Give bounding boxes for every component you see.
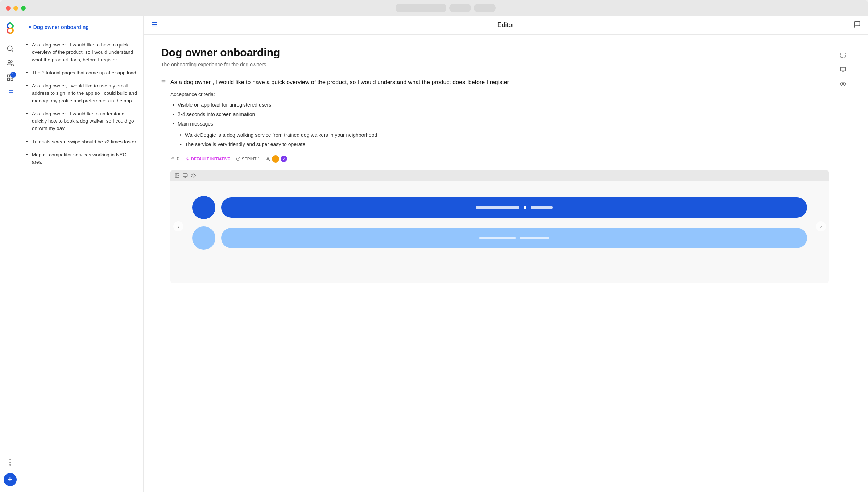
story-body: As a dog owner , I would like to have a …: [161, 78, 829, 283]
nav-left-icon: ‹: [178, 224, 179, 229]
drag-handle[interactable]: [161, 78, 166, 283]
story-sidebar: Dog owner onboarding As a dog owner , I …: [20, 16, 144, 492]
address-pill-tab2: [474, 4, 496, 12]
svg-point-2: [8, 61, 11, 63]
svg-rect-6: [11, 78, 13, 81]
mock-pill-2: [221, 228, 807, 248]
sprint-label[interactable]: SPRINT 1: [236, 157, 260, 161]
preview-area: ‹: [170, 170, 829, 283]
traffic-close-button[interactable]: [6, 6, 11, 11]
check-icon: ✓: [281, 156, 287, 162]
sidebar-icon-search[interactable]: [4, 42, 17, 55]
criteria-sub-item: The service is very friendly and super e…: [170, 140, 829, 149]
initiative-label[interactable]: DEFAULT INITIATIVE: [185, 157, 230, 161]
sidebar-icon-board[interactable]: 1: [4, 71, 17, 84]
mock-pill-1: [221, 197, 807, 218]
tool-view[interactable]: [837, 78, 849, 90]
list-item[interactable]: As a dog owner , I would like to have a …: [26, 38, 137, 66]
sidebar-icon-list[interactable]: [4, 86, 17, 99]
traffic-minimize-button[interactable]: [13, 6, 18, 11]
editor-title: Editor: [497, 21, 514, 29]
address-pill-main: [396, 4, 446, 12]
svg-point-13: [9, 459, 11, 460]
comment-icon[interactable]: [853, 21, 861, 30]
criteria-item: 2-4 seconds into screen animation: [170, 110, 829, 119]
sprint-text: SPRINT 1: [242, 157, 260, 161]
address-pill-tab1: [449, 4, 471, 12]
svg-point-26: [176, 175, 177, 175]
nav-right-icon: ›: [820, 224, 822, 229]
app-logo: [4, 22, 17, 35]
app-container: 1 + Dog owner onboarding As a dog owner …: [0, 16, 868, 492]
criteria-item: Main messages:: [170, 119, 829, 128]
story-description-text[interactable]: As a dog owner , I would like to have a …: [170, 78, 829, 87]
svg-rect-31: [841, 53, 845, 57]
editor-main: Dog owner onboarding The onboarding expe…: [161, 46, 829, 480]
preview-content: ‹: [170, 181, 829, 283]
story-sidebar-header: Dog owner onboarding: [20, 16, 143, 36]
icon-sidebar: 1 +: [0, 16, 20, 492]
list-item[interactable]: The 3 tutorial pages that come up after …: [26, 66, 137, 79]
preview-nav-right[interactable]: ›: [816, 221, 826, 231]
story-heading: Dog owner onboarding: [161, 46, 829, 59]
list-item[interactable]: As a dog owner, I would like to use my e…: [26, 79, 137, 107]
initiative-text: DEFAULT INITIATIVE: [191, 157, 230, 161]
add-icon: +: [8, 475, 12, 484]
list-item[interactable]: Tutorials screen swipe should be x2 time…: [26, 135, 137, 148]
svg-point-15: [9, 464, 11, 466]
svg-point-1: [7, 46, 12, 51]
add-button[interactable]: +: [4, 473, 17, 486]
board-badge: 1: [10, 72, 16, 78]
svg-rect-32: [840, 67, 845, 71]
sidebar-more-options[interactable]: [4, 456, 17, 469]
list-item[interactable]: Map all competitor services working in N…: [26, 148, 137, 169]
active-story-title[interactable]: Dog owner onboarding: [26, 22, 137, 33]
address-bar: [29, 4, 862, 12]
main-content: Editor Dog owner onboarding The onboardi…: [144, 16, 868, 492]
svg-rect-5: [7, 78, 9, 81]
list-item[interactable]: As a dog owner , I would lke to understa…: [26, 107, 137, 135]
svg-rect-3: [7, 75, 9, 77]
mock-row-1: [192, 196, 807, 219]
vote-number: 0: [177, 156, 179, 161]
menu-icon[interactable]: [151, 21, 158, 30]
tool-layout[interactable]: [837, 64, 849, 75]
acceptance-label: Acceptance criteria:: [170, 91, 829, 97]
criteria-sub-item: WalkieDoggie is a dog walking service fr…: [170, 130, 829, 140]
svg-marker-22: [186, 157, 189, 161]
mock-circle-2: [192, 226, 215, 250]
mock-circle-1: [192, 196, 215, 219]
right-toolbar: [835, 46, 851, 480]
traffic-maximize-button[interactable]: [21, 6, 26, 11]
svg-point-30: [193, 175, 194, 176]
assignee-section[interactable]: ✓: [265, 155, 287, 163]
story-list: As a dog owner , I would like to have a …: [20, 36, 143, 172]
svg-rect-27: [183, 173, 187, 176]
editor-panel: Dog owner onboarding The onboarding expe…: [144, 35, 868, 492]
preview-nav-left[interactable]: ‹: [173, 221, 183, 231]
criteria-sub-list: WalkieDoggie is a dog walking service fr…: [170, 130, 829, 149]
story-description: As a dog owner , I would like to have a …: [170, 78, 829, 283]
vote-count[interactable]: 0: [170, 156, 179, 161]
svg-point-24: [267, 157, 269, 159]
avatar: [272, 155, 279, 163]
window-chrome: [0, 0, 868, 16]
preview-header: [170, 170, 829, 181]
svg-point-14: [9, 462, 11, 463]
criteria-list: Visible on app load for unregistered use…: [170, 100, 829, 129]
story-subtitle: The onboarding experience for the dog ow…: [161, 62, 829, 67]
top-bar: Editor: [144, 16, 868, 35]
mock-row-2: [192, 226, 807, 250]
criteria-item: Visible on app load for unregistered use…: [170, 100, 829, 110]
meta-row: 0 DEFAULT INITIATIVE: [170, 155, 829, 163]
tool-expand[interactable]: [837, 49, 849, 61]
sidebar-icon-users[interactable]: [4, 57, 17, 70]
svg-point-35: [842, 83, 844, 85]
